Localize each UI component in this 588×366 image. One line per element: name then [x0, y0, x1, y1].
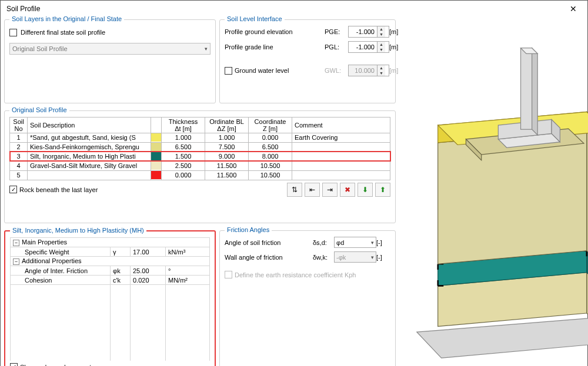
gwl-checkbox[interactable]	[225, 67, 232, 75]
chevron-down-icon: ▾	[371, 254, 374, 260]
close-button[interactable]: ✕	[562, 1, 585, 16]
different-final-state-checkbox[interactable]	[9, 29, 17, 36]
gwl-input: ▲▼	[348, 65, 389, 76]
window-title: Soil Profile	[6, 5, 562, 13]
table-row[interactable]: 3Silt, Inorganic, Medium to High Plasti1…	[10, 152, 390, 161]
props-legend: Silt, Inorganic, Medium to High Plastici…	[10, 227, 146, 234]
soil-friction-select[interactable]: φd▾	[334, 237, 376, 248]
rock-label: Rock beneath the last layer	[19, 186, 98, 193]
different-final-state-label: Different final state soil profile	[21, 29, 105, 36]
collapse-icon[interactable]: −	[13, 258, 19, 265]
3d-preview[interactable]	[403, 19, 588, 366]
profile-select[interactable]: Original Soil Profile ▾	[9, 43, 211, 55]
tool-import-icon[interactable]: ⬇	[358, 183, 373, 197]
pge-label: Profile ground elevation	[225, 28, 325, 35]
level-legend: Soil Level Interface	[225, 15, 285, 22]
gwl-label: Ground water level	[235, 67, 289, 74]
soil-profile-table[interactable]: Soil No Soil Description Thickness Δt [m…	[9, 117, 390, 180]
show-only-label: Show only used parameters	[20, 364, 100, 366]
prop-row: Angle of Inter. Friction φk 25.00 °	[11, 266, 210, 276]
layers-legend: Soil Layers in the Original / Final Stat…	[9, 15, 124, 22]
pge-code: PGE:	[325, 28, 348, 35]
table-row[interactable]: 1*Sand, gut abgestuft, Sand, kiesig (S1.…	[10, 133, 390, 142]
table-row[interactable]: 2Kies-Sand-Feinkorngemisch, Sprengu6.500…	[10, 142, 390, 152]
wall-friction-label: Wall angle of friction	[225, 254, 313, 261]
kph-label: Define the earth resistance coefficient …	[235, 271, 356, 278]
tool-export-icon[interactable]: ⬆	[375, 183, 390, 197]
wall-friction-select[interactable]: -φk▾	[334, 251, 376, 263]
tool-insert-after-icon[interactable]: ⇥	[322, 183, 338, 197]
table-row[interactable]: 4Gravel-Sand-Silt Mixture, Silty Gravel2…	[10, 161, 390, 170]
pgl-code: PGL:	[325, 43, 348, 51]
friction-legend: Friction Angles	[225, 226, 272, 233]
prop-row: Specific Weight γ 17.00 kN/m³	[11, 247, 210, 257]
table-row[interactable]: 50.00011.50010.500	[10, 170, 390, 180]
prop-row: Cohesion c'k 0.020 MN/m²	[11, 276, 210, 285]
chevron-down-icon: ▾	[371, 240, 374, 246]
svg-rect-15	[521, 48, 532, 129]
rock-checkbox[interactable]: ✓	[9, 186, 17, 193]
soil-friction-label: Angle of soil friction	[225, 239, 313, 246]
collapse-icon[interactable]: −	[13, 240, 19, 246]
chevron-down-icon: ▾	[205, 46, 208, 52]
pgl-input[interactable]: ▲▼	[348, 41, 389, 53]
tool-insert-before-icon[interactable]: ⇤	[305, 183, 320, 197]
tool-edit-layer-icon[interactable]: ⇅	[287, 183, 302, 197]
svg-marker-16	[532, 48, 538, 135]
pgl-label: Profile grade line	[225, 43, 325, 51]
pge-input[interactable]: ▲▼	[348, 26, 389, 38]
properties-table[interactable]: −Main Properties Specific Weight γ 17.00…	[10, 237, 210, 361]
kph-checkbox	[225, 271, 232, 278]
profile-legend: Original Soil Profile	[9, 106, 69, 113]
tool-delete-icon[interactable]: ✖	[340, 183, 355, 197]
show-only-checkbox[interactable]: ✓	[10, 363, 18, 366]
gwl-code: GWL:	[325, 67, 348, 74]
